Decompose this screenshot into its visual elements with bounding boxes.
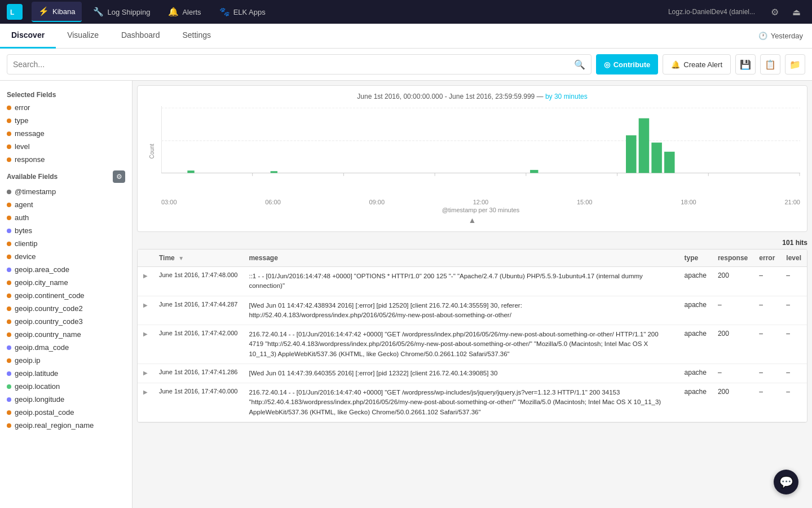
nav-alerts[interactable]: 🔔 Alerts [161,2,208,22]
row-expand-button[interactable]: ▶ [143,302,148,308]
create-alert-button[interactable]: 🔔 Create Alert [663,54,731,75]
level-col-header[interactable]: level [780,249,807,267]
row-response-cell: – [712,364,753,383]
row-expand-cell: ▶ [138,296,153,325]
sidebar-field-timestamp[interactable]: @timestamp [0,185,132,198]
type-col-header[interactable]: type [679,249,712,267]
nav-settings[interactable]: Settings [171,24,222,49]
logout-icon[interactable]: ⏏ [788,5,805,20]
field-type-indicator [7,371,11,376]
sidebar: Selected Fields error type message level… [0,81,133,508]
contribute-icon: ◎ [604,60,610,69]
sidebar-field-bytes[interactable]: bytes [0,224,132,237]
logo[interactable]: L [7,4,23,20]
sidebar-field-geoip-area-code[interactable]: geoip.area_code [0,263,132,276]
save-button[interactable]: 💾 [735,54,756,75]
x-axis-label: 03:00 06:00 09:00 12:00 15:00 18:00 21:0… [161,199,800,213]
svg-rect-19 [639,119,650,173]
field-type-indicator [7,294,11,298]
sidebar-field-agent[interactable]: agent [0,198,132,211]
field-type-indicator [7,106,11,110]
row-error-cell: – [753,383,780,422]
clock-icon: 🕐 [758,32,767,40]
row-message-cell: [Wed Jun 01 14:47:39.640355 2016] [:erro… [243,364,678,383]
row-expand-button[interactable]: ▶ [143,273,148,279]
sidebar-field-geoip-city-name[interactable]: geoip.city_name [0,276,132,289]
error-col-header[interactable]: error [753,249,780,267]
response-col-header[interactable]: response [712,249,753,267]
field-type-indicator [7,319,11,324]
message-col-header[interactable]: message [243,249,678,267]
chat-bubble-button[interactable]: 💬 [774,470,798,494]
sidebar-field-geoip-ip[interactable]: geoip.ip [0,354,132,367]
log-shipping-icon: 🔧 [93,7,104,17]
sidebar-field-geoip-country-code2[interactable]: geoip.country_code2 [0,302,132,315]
nav-elk-apps[interactable]: 🐾 ELK Apps [213,2,272,22]
sidebar-field-error[interactable]: error [0,101,132,114]
nav-kibana[interactable]: ⚡ Kibana [32,2,82,22]
nav-dashboard[interactable]: Dashboard [110,24,171,49]
sidebar-field-geoip-latitude[interactable]: geoip.latitude [0,367,132,380]
load-button[interactable]: 📋 [760,54,780,75]
sidebar-field-clientip[interactable]: clientip [0,237,132,250]
field-type-indicator [7,268,11,272]
available-fields-gear-button[interactable]: ⚙ [113,170,125,183]
sidebar-field-type[interactable]: type [0,114,132,127]
time-col-header[interactable]: Time ▼ [153,249,243,267]
sidebar-field-geoip-country-code3[interactable]: geoip.country_code3 [0,315,132,328]
sidebar-field-geoip-dma-code[interactable]: geoip.dma_code [0,341,132,354]
sidebar-field-geoip-country-name[interactable]: geoip.country_name [0,328,132,341]
sidebar-field-level[interactable]: level [0,140,132,153]
nav-visualize[interactable]: Visualize [56,24,110,49]
row-message-cell: 216.72.40.14 - - [01/Jun/2016:14:47:42 +… [243,325,678,364]
row-expand-cell: ▶ [138,364,153,383]
alert-icon: 🔔 [671,60,680,69]
by-30-minutes-link[interactable]: by 30 minutes [545,93,588,100]
sidebar-field-geoip-continent-code[interactable]: geoip.continent_code [0,289,132,302]
row-expand-button[interactable]: ▶ [143,370,148,376]
share-button[interactable]: 📁 [785,54,805,75]
row-level-cell: – [780,383,807,422]
row-response-cell: 200 [712,325,753,364]
time-selector[interactable]: 🕐 Yesterday [749,32,812,40]
row-level-cell: – [780,325,807,364]
search-button[interactable]: 🔍 [574,59,585,70]
field-type-indicator [7,119,11,123]
sidebar-field-auth[interactable]: auth [0,211,132,224]
sidebar-field-device[interactable]: device [0,250,132,263]
user-info: Logz.io-DanielDev4 (daniel... [668,8,755,16]
row-time-cell: June 1st 2016, 17:47:42.000 [153,325,243,364]
field-type-indicator [7,345,11,350]
results-table: Time ▼ message type response error level… [137,249,807,423]
sidebar-field-geoip-real-region-name[interactable]: geoip.real_region_name [0,419,132,432]
sidebar-field-geoip-postal-code[interactable]: geoip.postal_code [0,406,132,419]
nav-discover[interactable]: Discover [0,24,56,49]
row-error-cell: – [753,325,780,364]
row-expand-button[interactable]: ▶ [143,331,148,337]
row-error-cell: – [753,364,780,383]
nav-log-shipping[interactable]: 🔧 Log Shipping [86,2,157,22]
field-type-indicator [7,132,11,136]
sidebar-field-geoip-location[interactable]: geoip.location [0,380,132,393]
chart-date-header: June 1st 2016, 00:00:00.000 - June 1st 2… [144,93,800,100]
contribute-button[interactable]: ◎ Contribute [596,54,659,75]
main-layout: Selected Fields error type message level… [0,81,812,508]
sidebar-field-message[interactable]: message [0,127,132,140]
hits-bar: 101 hits [133,237,812,249]
sidebar-field-geoip-longitude[interactable]: geoip.longitude [0,393,132,406]
field-type-indicator [7,190,11,194]
row-type-cell: apache [679,383,712,422]
settings-icon[interactable]: ⚙ [766,5,783,20]
table-row: ▶ June 1st 2016, 17:47:44.287 [Wed Jun 0… [138,296,807,325]
load-icon: 📋 [765,59,776,70]
row-expand-button[interactable]: ▶ [143,389,148,395]
sidebar-field-response[interactable]: response [0,153,132,166]
search-input[interactable] [13,60,574,69]
svg-text:L: L [10,8,14,16]
field-type-indicator [7,255,11,259]
row-level-cell: – [780,296,807,325]
chart-svg: 40 20 0 [161,106,800,185]
field-type-indicator [7,423,11,428]
selected-fields-title: Selected Fields [0,86,132,101]
collapse-chart-button[interactable]: ▲ [144,213,800,225]
